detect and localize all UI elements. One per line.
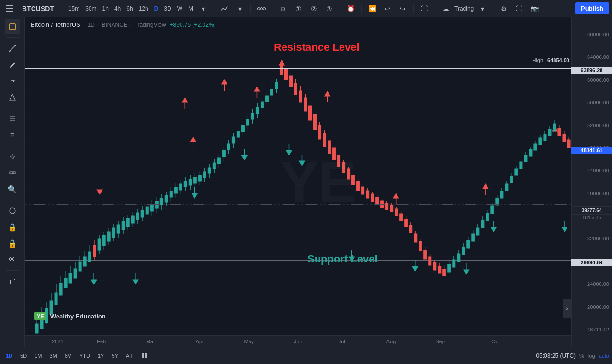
svg-rect-149 <box>265 96 268 102</box>
period-ytd[interactable]: YTD <box>77 352 93 360</box>
svg-marker-158 <box>299 161 305 166</box>
compare-icon[interactable]: ① <box>292 2 305 15</box>
top-toolbar: BTCUSDT 15m 30m 1h 4h 6h 12h D 3D W M ▾ … <box>0 0 612 17</box>
settings-icon[interactable]: ⚙ <box>497 2 510 15</box>
cursor-tool[interactable] <box>5 19 20 34</box>
annotation-tool[interactable]: ☆ <box>5 149 20 164</box>
measure-icon[interactable]: ② <box>307 2 320 15</box>
publish-button[interactable]: Publish <box>575 2 609 14</box>
fullscreen-icon[interactable]: ⛶ <box>418 2 431 15</box>
draw-tool[interactable] <box>5 57 20 72</box>
svg-rect-95 <box>165 195 168 202</box>
period-3m[interactable]: 3M <box>46 352 59 360</box>
pattern-tool[interactable]: ≡ <box>5 127 20 143</box>
tracked-price-value: 39277.64 <box>571 206 612 215</box>
tf-D[interactable]: D <box>152 4 161 13</box>
chart-type-dropdown-icon[interactable]: ▾ <box>233 2 247 15</box>
undo-icon[interactable]: ↩ <box>381 2 394 15</box>
auto-label[interactable]: auto <box>599 353 609 359</box>
tf-W[interactable]: W <box>175 4 185 13</box>
alert-icon[interactable]: ③ <box>322 2 336 15</box>
svg-marker-61 <box>97 190 102 194</box>
period-1d[interactable]: 1D <box>3 352 15 360</box>
svg-rect-187 <box>338 155 340 167</box>
svg-rect-235 <box>438 266 441 273</box>
tf-M[interactable]: M <box>186 4 195 13</box>
period-1m[interactable]: 1M <box>32 352 45 360</box>
svg-rect-247 <box>462 247 465 255</box>
svg-rect-201 <box>366 191 369 198</box>
tf-dropdown-icon[interactable]: ▾ <box>196 2 210 15</box>
sidebar-sep-4 <box>6 200 19 200</box>
trend-line-tool[interactable] <box>5 41 20 56</box>
shape-tool[interactable] <box>5 90 20 105</box>
svg-rect-135 <box>237 131 239 137</box>
xaxis-oct: Oc <box>491 339 498 344</box>
indicators-icon[interactable] <box>255 2 268 15</box>
drawing-tools-icon[interactable]: ⊕ <box>276 2 290 15</box>
svg-rect-141 <box>251 113 254 119</box>
tf-15m[interactable]: 15m <box>66 4 82 13</box>
chart-type-line-icon[interactable] <box>218 2 231 15</box>
period-5y[interactable]: 5Y <box>109 352 121 360</box>
collapse-panel-button[interactable]: » <box>563 299 571 318</box>
sidebar-sep-1 <box>6 37 19 38</box>
percent-label[interactable]: % <box>579 353 584 359</box>
support-price-badge: 29994.84 <box>571 259 612 266</box>
trash-tool[interactable]: 🗑 <box>5 273 20 289</box>
tf-1h[interactable]: 1h <box>100 4 111 13</box>
period-1y[interactable]: 1Y <box>95 352 107 360</box>
svg-rect-173 <box>309 106 312 120</box>
tf-3D[interactable]: 3D <box>161 4 173 13</box>
trading-label[interactable]: Trading <box>454 5 474 12</box>
eye-tool[interactable]: 👁 <box>5 252 20 267</box>
replay-icon-bottom[interactable] <box>138 350 151 362</box>
price-32000: 32000.00 <box>572 236 612 241</box>
svg-rect-277 <box>529 149 532 156</box>
candlestick-chart <box>25 17 571 347</box>
svg-rect-44 <box>55 293 57 305</box>
chart-area[interactable]: Bitcoin / TetherUS · 1D · BINANCE · Trad… <box>25 17 612 347</box>
chart-canvas[interactable]: YE Wealthy Education <box>25 17 571 347</box>
svg-rect-113 <box>193 177 196 183</box>
symbol-label[interactable]: BTCUSDT <box>18 5 58 12</box>
separator <box>62 4 62 13</box>
tf-12h[interactable]: 12h <box>136 4 151 13</box>
svg-rect-259 <box>486 213 489 221</box>
ruler-tool[interactable] <box>5 165 20 181</box>
replay-icon[interactable]: ⏰ <box>344 2 357 15</box>
trading-dropdown-icon[interactable]: ▾ <box>476 2 489 15</box>
svg-marker-104 <box>182 98 188 102</box>
svg-marker-210 <box>393 193 399 198</box>
svg-rect-167 <box>294 83 297 95</box>
arrow-tool[interactable] <box>5 73 20 89</box>
period-all[interactable]: All <box>123 352 135 360</box>
period-6m[interactable]: 6M <box>62 352 75 360</box>
lock-tool[interactable]: 🔒 <box>5 219 20 235</box>
svg-rect-171 <box>304 98 307 111</box>
lock2-tool[interactable]: 🔒 <box>5 236 20 251</box>
zoom-tool[interactable]: 🔍 <box>5 182 20 197</box>
back-icon[interactable]: ⏪ <box>365 2 379 15</box>
svg-marker-224 <box>412 266 418 271</box>
tf-30m[interactable]: 30m <box>83 4 99 13</box>
svg-rect-195 <box>357 181 360 191</box>
xaxis-jul: Jul <box>339 339 345 344</box>
svg-marker-306 <box>464 270 469 274</box>
period-5d[interactable]: 5D <box>17 352 30 360</box>
cloud-icon[interactable]: ☁ <box>439 2 453 15</box>
redo-icon[interactable]: ↪ <box>396 2 409 15</box>
svg-rect-58 <box>88 252 91 262</box>
support-line <box>25 261 571 261</box>
svg-rect-60 <box>93 245 96 257</box>
svg-rect-77 <box>131 216 134 223</box>
svg-rect-125 <box>222 150 225 157</box>
layout-icon[interactable]: ⛶ <box>512 2 526 15</box>
watchlist-icon[interactable] <box>5 203 20 218</box>
fib-tool[interactable] <box>5 111 20 126</box>
hamburger-menu-button[interactable] <box>3 2 16 15</box>
tf-4h[interactable]: 4h <box>112 4 123 13</box>
log-label[interactable]: log <box>588 353 595 359</box>
screenshot-icon[interactable]: 📷 <box>528 2 541 15</box>
tf-6h[interactable]: 6h <box>124 4 135 13</box>
